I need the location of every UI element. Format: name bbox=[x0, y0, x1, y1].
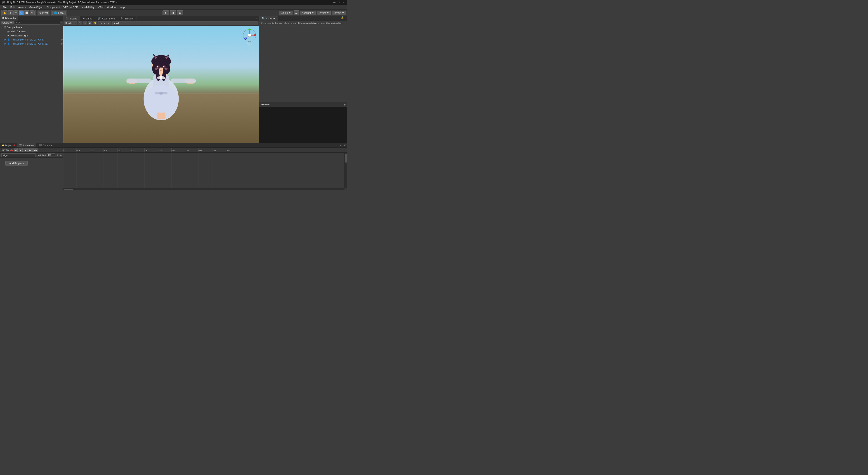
menu-component[interactable]: Component bbox=[45, 5, 61, 9]
tab-assetstore[interactable]: 🛒 Asset Store bbox=[95, 16, 118, 21]
2d-toggle[interactable]: 2D bbox=[78, 21, 82, 25]
hierarchy-hair1-expand-icon[interactable]: ▶ bbox=[61, 38, 63, 41]
move-tool-button[interactable]: ✛ bbox=[8, 10, 13, 16]
svg-point-27 bbox=[164, 68, 168, 70]
inspector-lock-icon[interactable]: 🔓 bbox=[341, 16, 344, 21]
rect-tool-button[interactable]: ⬜ bbox=[24, 10, 29, 16]
animation-play-button[interactable]: ▶ bbox=[24, 148, 28, 152]
hierarchy-item-maincamera[interactable]: 📷 Main Camera bbox=[0, 29, 63, 33]
rotate-tool-button[interactable]: ↻ bbox=[13, 10, 18, 16]
tab-scene[interactable]: ⬛ Scene bbox=[63, 16, 80, 21]
collab-button[interactable]: Collab ▼ bbox=[279, 11, 292, 15]
scene-area: ⬛ Scene ▶ Game 🛒 Asset Store ⚙ Animator … bbox=[63, 16, 259, 143]
menu-window[interactable]: Window bbox=[105, 5, 118, 9]
timeline-scrollbar-h-thumb[interactable] bbox=[64, 189, 73, 190]
animation-record-button[interactable] bbox=[10, 149, 13, 151]
hierarchy-create-button[interactable]: Create ▼ bbox=[1, 21, 14, 24]
tab-game[interactable]: ▶ Game bbox=[80, 16, 95, 21]
search-dropdown[interactable]: ▼ All bbox=[112, 21, 258, 25]
account-button[interactable]: Account ▼ bbox=[300, 11, 315, 15]
cloud-button[interactable]: ☁ bbox=[294, 10, 299, 16]
tab-project[interactable]: 📁 Project bbox=[0, 143, 17, 147]
timeline-content[interactable] bbox=[63, 153, 347, 190]
menu-gameobject[interactable]: GameObject bbox=[28, 5, 45, 9]
shaded-dropdown[interactable]: Shaded ▼ bbox=[64, 21, 77, 25]
svg-point-24 bbox=[163, 66, 164, 67]
pivot-button[interactable]: ⊕ Pivot bbox=[38, 11, 49, 15]
close-button[interactable]: ✕ bbox=[342, 1, 345, 4]
lighting-toggle[interactable]: ☀ bbox=[83, 21, 87, 25]
menu-assets[interactable]: Assets bbox=[17, 5, 28, 9]
hierarchy-arrow-hair2: ▶ bbox=[4, 42, 7, 45]
svg-point-26 bbox=[155, 68, 158, 70]
tab-animator[interactable]: ⚙ Animator bbox=[118, 16, 136, 21]
audio-toggle[interactable]: 🔊 bbox=[88, 21, 92, 25]
timeline-scrollbar-thumb[interactable] bbox=[345, 154, 347, 162]
hierarchy-tab[interactable]: ☰ Hierarchy bbox=[0, 16, 18, 21]
add-property-container: Add Property bbox=[0, 158, 63, 169]
menu-mesh-utility[interactable]: Mesh Utility bbox=[80, 5, 96, 9]
menu-help[interactable]: Help bbox=[118, 5, 127, 9]
layers-button[interactable]: Layers ▼ bbox=[317, 11, 331, 15]
hierarchy-search-input[interactable] bbox=[15, 21, 60, 25]
scene-options-icon[interactable]: ≡ bbox=[255, 17, 259, 20]
character-container bbox=[121, 34, 202, 120]
menu-edit[interactable]: Edit bbox=[8, 5, 17, 9]
menu-vrchat-sdk[interactable]: VRChat SDK bbox=[61, 5, 80, 9]
hierarchy-item-directionallight[interactable]: ☀ Directional Light bbox=[0, 33, 63, 37]
hierarchy-panel: ☰ Hierarchy Create ▼ ≡ ▼ 🎬 SampleScene* … bbox=[0, 16, 63, 143]
bottom-panel-close-icon[interactable]: ✕ bbox=[342, 144, 347, 147]
hierarchy-item-samplescene[interactable]: ▼ 🎬 SampleScene* bbox=[0, 25, 63, 29]
animator-tab-label: Animator bbox=[124, 17, 133, 20]
animation-next-keyframe-button[interactable]: ▶| bbox=[29, 148, 33, 152]
pause-button[interactable]: ⏸ bbox=[170, 10, 176, 16]
anim-resample-icon[interactable]: ⟳ bbox=[57, 154, 59, 156]
console-tab-icon: ⌨ bbox=[39, 144, 42, 147]
hand-tool-button[interactable]: ✋ bbox=[2, 10, 7, 16]
transform-tool-button[interactable]: ⚙ bbox=[30, 10, 35, 16]
anim-options-icon[interactable]: ≡ bbox=[59, 149, 62, 152]
local-button[interactable]: 🌐 Local bbox=[53, 11, 66, 15]
titlebar-controls[interactable]: — □ ✕ bbox=[332, 1, 345, 4]
svg-rect-3 bbox=[170, 79, 196, 83]
hierarchy-item-hairsample2[interactable]: ▶ 👤 HairSample_Female (VRChat) (1) ▶ bbox=[0, 41, 63, 46]
gizmos-button[interactable]: Gizmos ▼ bbox=[98, 21, 112, 25]
animation-goto-end-button[interactable]: ▶▶ bbox=[33, 148, 37, 152]
animation-goto-start-button[interactable]: |◀ bbox=[13, 148, 18, 152]
animation-samples-input[interactable] bbox=[47, 153, 55, 157]
timeline-scrollbar-bottom[interactable] bbox=[63, 188, 344, 190]
hierarchy-tab-strip: ☰ Hierarchy bbox=[0, 16, 63, 21]
fx-toggle[interactable]: ✨ bbox=[93, 21, 97, 25]
animation-toolbar: Preview |◀ ◀ ▶ ▶| ▶▶ 0 ≡ bbox=[0, 148, 63, 153]
menu-vrm[interactable]: VRM bbox=[96, 5, 105, 9]
tab-console[interactable]: ⌨ Console bbox=[36, 143, 54, 147]
minimize-button[interactable]: — bbox=[332, 1, 336, 4]
animation-left-panel: Preview |◀ ◀ ▶ ▶| ▶▶ 0 ≡ Samples ⟳ ◆ bbox=[0, 148, 63, 190]
animation-prev-keyframe-button[interactable]: ◀ bbox=[19, 148, 23, 152]
maximize-button[interactable]: □ bbox=[337, 1, 341, 4]
animation-samples-label: Samples bbox=[37, 154, 46, 156]
add-property-button[interactable]: Add Property bbox=[5, 161, 28, 166]
inspector-options-icon[interactable]: ≡ bbox=[344, 16, 347, 21]
hierarchy-options-icon[interactable]: ≡ bbox=[61, 22, 62, 24]
step-button[interactable]: ⏭ bbox=[177, 10, 183, 16]
scene-view[interactable]: X Y Z Persp bbox=[63, 26, 259, 143]
hierarchy-hair2-expand-icon[interactable]: ▶ bbox=[61, 42, 63, 45]
tab-animation[interactable]: 🎬 Animation bbox=[17, 143, 36, 147]
hierarchy-scene-icon: 🎬 bbox=[4, 26, 6, 29]
anim-add-keyframe-icon[interactable]: ◆ bbox=[60, 154, 62, 156]
animation-clip-name-input[interactable] bbox=[1, 153, 35, 157]
svg-rect-29 bbox=[157, 112, 161, 119]
menu-file[interactable]: File bbox=[1, 5, 8, 9]
hierarchy-item-hairsample1[interactable]: ▶ 👤 HairSample_Female (VRChat) ▶ bbox=[0, 37, 63, 41]
preview-expand-icon[interactable]: ▶ bbox=[344, 103, 346, 106]
layout-button[interactable]: Layout ▼ bbox=[332, 11, 346, 15]
play-button[interactable]: ▶ bbox=[162, 10, 169, 16]
scale-tool-button[interactable]: ⬡ bbox=[19, 10, 24, 16]
hierarchy-hairsample2-label: HairSample_Female (VRChat) (1) bbox=[11, 42, 48, 45]
inspector-tab[interactable]: 🔍 Inspector bbox=[259, 16, 278, 21]
timeline-scrollbar-right[interactable] bbox=[344, 153, 347, 188]
bottom-panel-options-icon[interactable]: ≡ bbox=[338, 144, 342, 147]
scene-tabs: ⬛ Scene ▶ Game 🛒 Asset Store ⚙ Animator … bbox=[63, 16, 259, 21]
unity-icon: 🎮 bbox=[2, 1, 5, 4]
